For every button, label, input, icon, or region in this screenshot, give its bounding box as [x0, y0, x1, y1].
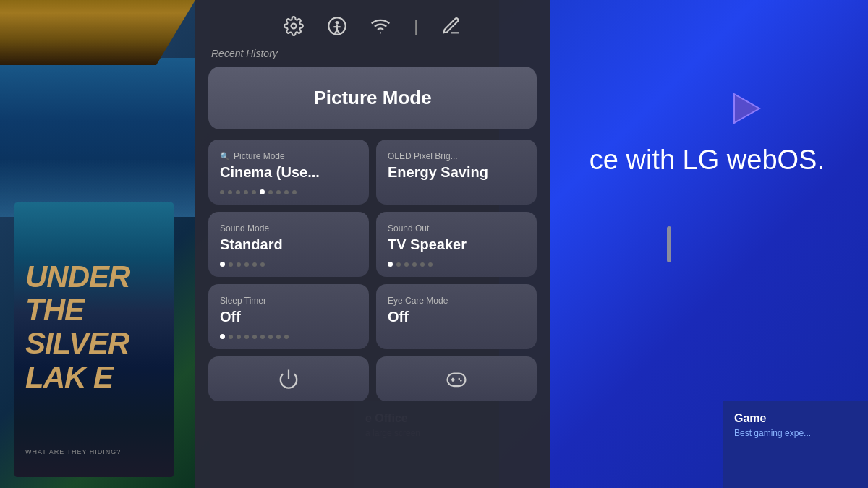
dot	[412, 262, 417, 267]
sleep-timer-dots	[220, 334, 357, 339]
dot	[268, 190, 273, 194]
water-background	[0, 58, 195, 217]
dot-active	[220, 334, 225, 339]
game-card-subtitle: Best gaming expe...	[734, 428, 857, 438]
picture-mode-main-button[interactable]: Picture Mode	[208, 67, 537, 129]
svg-point-8	[380, 32, 381, 33]
sound-out-dots	[388, 262, 525, 267]
gamepad-tile[interactable]	[376, 356, 537, 401]
sound-mode-dots	[220, 262, 357, 267]
picture-mode-dots	[220, 189, 357, 194]
svg-marker-0	[734, 94, 760, 123]
settings-icon[interactable]	[281, 13, 307, 39]
eye-care-label: Eye Care Mode	[388, 296, 525, 306]
poster-subtitle: WHAT ARE THEY HIDING?	[25, 448, 121, 455]
dot	[420, 262, 425, 267]
svg-line-7	[337, 30, 340, 34]
poster-title: UNDERTHESILVERLAK E	[25, 260, 129, 394]
sound-out-value: TV Speaker	[388, 236, 525, 253]
icon-divider: |	[414, 17, 418, 35]
dot	[404, 262, 409, 267]
sound-mode-tile[interactable]: Sound Mode Standard	[208, 212, 369, 277]
sleep-timer-value: Off	[220, 309, 357, 325]
eye-care-tile[interactable]: Eye Care Mode Off	[376, 284, 537, 349]
power-tile[interactable]	[208, 356, 369, 401]
lg-webos-text: ce with LG webOS.	[590, 145, 825, 176]
dot	[428, 262, 433, 267]
dot	[244, 335, 249, 339]
dot	[252, 262, 257, 267]
dot	[396, 262, 401, 267]
search-icon: 🔍	[220, 152, 230, 161]
dot	[229, 335, 233, 339]
sleep-timer-label: Sleep Timer	[220, 296, 357, 306]
sound-out-tile[interactable]: Sound Out TV Speaker	[376, 212, 537, 277]
svg-point-1	[291, 24, 296, 29]
dot	[260, 335, 265, 339]
picture-mode-label: 🔍 Picture Mode	[220, 151, 357, 161]
dot-active	[220, 262, 225, 267]
dot	[237, 262, 241, 267]
gamepad-icon	[446, 368, 467, 390]
picture-mode-tile[interactable]: 🔍 Picture Mode Cinema (Use...	[208, 140, 369, 205]
dot	[228, 190, 232, 194]
svg-point-3	[336, 21, 339, 25]
oled-pixel-value: Energy Saving	[388, 164, 525, 181]
sound-mode-value: Standard	[220, 236, 357, 253]
dot	[237, 335, 241, 339]
control-panel: | Recent History Picture Mode 🔍 Picture …	[195, 0, 550, 488]
svg-rect-10	[448, 374, 466, 387]
edit-icon[interactable]	[438, 13, 464, 39]
wifi-icon[interactable]	[367, 13, 393, 39]
dot-active	[260, 189, 265, 194]
svg-point-14	[460, 380, 462, 382]
dot	[229, 262, 233, 267]
bottom-icons-row	[208, 356, 537, 401]
top-icons-bar: |	[208, 0, 537, 48]
dot	[276, 190, 281, 194]
dot	[252, 190, 256, 194]
dot	[236, 190, 240, 194]
play-icon	[723, 87, 774, 137]
recent-history-label: Recent History	[208, 48, 537, 59]
oled-pixel-tile[interactable]: OLED Pixel Brig... Energy Saving	[376, 140, 537, 205]
svg-point-13	[459, 378, 461, 380]
game-card[interactable]: Game Best gaming expe...	[723, 401, 868, 488]
dot-active	[388, 262, 393, 267]
game-card-title: Game	[734, 412, 857, 425]
power-icon	[278, 368, 299, 390]
accessibility-icon[interactable]	[324, 13, 350, 39]
oled-pixel-label: OLED Pixel Brig...	[388, 151, 525, 161]
dot	[252, 335, 257, 339]
scroll-indicator	[667, 226, 671, 262]
dot	[284, 190, 289, 194]
movie-poster: UNDERTHESILVERLAK E WHAT ARE THEY HIDING…	[14, 202, 174, 477]
dot	[244, 262, 249, 267]
dot	[244, 190, 248, 194]
sleep-timer-tile[interactable]: Sleep Timer Off	[208, 284, 369, 349]
dot	[220, 190, 224, 194]
dot	[260, 262, 265, 267]
picture-mode-value: Cinema (Use...	[220, 164, 357, 181]
dot	[284, 335, 289, 339]
eye-care-value: Off	[388, 309, 525, 325]
sound-out-label: Sound Out	[388, 223, 525, 234]
sound-mode-label: Sound Mode	[220, 223, 357, 234]
dot	[276, 335, 281, 339]
settings-grid: 🔍 Picture Mode Cinema (Use... OLED Pixel…	[208, 140, 537, 349]
dot	[268, 335, 273, 339]
dot	[292, 190, 297, 194]
